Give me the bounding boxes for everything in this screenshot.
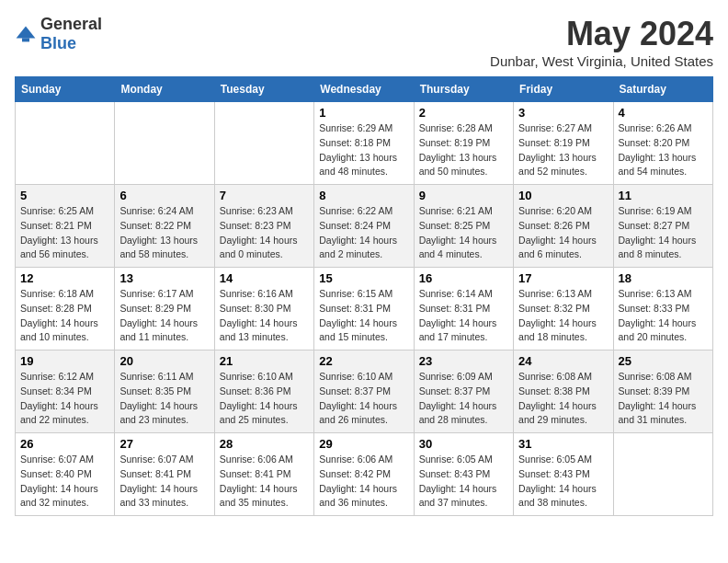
day-detail: Sunrise: 6:06 AMSunset: 8:42 PMDaylight:… [319,453,408,511]
day-detail: Sunrise: 6:07 AMSunset: 8:41 PMDaylight:… [119,453,209,511]
day-detail: Sunrise: 6:28 AMSunset: 8:19 PMDaylight:… [419,121,508,179]
day-detail: Sunrise: 6:08 AMSunset: 8:39 PMDaylight:… [619,370,708,428]
day-number: 5 [20,189,109,202]
header-saturday: Saturday [613,77,712,102]
calendar-cell: 18 Sunrise: 6:13 AMSunset: 8:33 PMDaylig… [613,268,712,350]
day-detail: Sunrise: 6:26 AMSunset: 8:20 PMDaylight:… [619,121,708,179]
calendar-cell: 1 Sunrise: 6:29 AMSunset: 8:18 PMDayligh… [314,102,414,185]
calendar-cell: 5 Sunrise: 6:25 AMSunset: 8:21 PMDayligh… [16,185,115,268]
day-detail: Sunrise: 6:10 AMSunset: 8:37 PMDaylight:… [319,370,408,428]
calendar-cell: 27 Sunrise: 6:07 AMSunset: 8:41 PMDaylig… [115,433,214,516]
calendar-cell [16,102,115,185]
day-detail: Sunrise: 6:25 AMSunset: 8:21 PMDaylight:… [20,204,109,262]
day-number: 22 [319,354,408,368]
day-number: 3 [518,106,608,120]
day-detail: Sunrise: 6:22 AMSunset: 8:24 PMDaylight:… [319,204,408,262]
day-detail: Sunrise: 6:11 AMSunset: 8:35 PMDaylight:… [119,370,209,428]
calendar-table: Sunday Monday Tuesday Wednesday Thursday… [15,76,713,516]
header-sunday: Sunday [16,77,115,102]
calendar-cell: 21 Sunrise: 6:10 AMSunset: 8:36 PMDaylig… [214,350,313,433]
day-number: 21 [220,354,309,368]
day-detail: Sunrise: 6:13 AMSunset: 8:32 PMDaylight:… [518,287,608,345]
day-number: 26 [20,437,109,451]
day-number: 12 [20,271,109,285]
day-number: 4 [619,106,708,120]
calendar-cell: 25 Sunrise: 6:08 AMSunset: 8:39 PMDaylig… [613,350,712,433]
title-area: May 2024 Dunbar, West Virginia, United S… [490,15,713,69]
calendar-cell: 2 Sunrise: 6:28 AMSunset: 8:19 PMDayligh… [414,102,513,185]
calendar-cell: 28 Sunrise: 6:06 AMSunset: 8:41 PMDaylig… [214,433,313,516]
day-number: 19 [20,354,109,368]
calendar-cell [613,433,712,516]
week-row-3: 12 Sunrise: 6:18 AMSunset: 8:28 PMDaylig… [16,268,713,350]
calendar-cell [214,102,313,185]
day-detail: Sunrise: 6:14 AMSunset: 8:31 PMDaylight:… [419,287,508,345]
calendar-cell: 6 Sunrise: 6:24 AMSunset: 8:22 PMDayligh… [115,185,214,268]
logo-general: General [40,15,102,33]
day-number: 20 [119,354,209,368]
weekday-header-row: Sunday Monday Tuesday Wednesday Thursday… [16,77,713,102]
week-row-1: 1 Sunrise: 6:29 AMSunset: 8:18 PMDayligh… [16,102,713,185]
day-number: 1 [319,106,408,120]
calendar-cell: 20 Sunrise: 6:11 AMSunset: 8:35 PMDaylig… [115,350,214,433]
day-number: 23 [419,354,508,368]
calendar-cell: 3 Sunrise: 6:27 AMSunset: 8:19 PMDayligh… [514,102,613,185]
day-number: 29 [319,437,408,451]
day-number: 30 [419,437,508,451]
svg-rect-1 [22,38,29,41]
day-detail: Sunrise: 6:19 AMSunset: 8:27 PMDaylight:… [619,204,708,262]
calendar-cell: 29 Sunrise: 6:06 AMSunset: 8:42 PMDaylig… [314,433,414,516]
calendar-cell: 11 Sunrise: 6:19 AMSunset: 8:27 PMDaylig… [613,185,712,268]
day-number: 10 [518,189,608,202]
header-thursday: Thursday [414,77,513,102]
calendar-cell: 15 Sunrise: 6:15 AMSunset: 8:31 PMDaylig… [314,268,414,350]
calendar-cell: 12 Sunrise: 6:18 AMSunset: 8:28 PMDaylig… [16,268,115,350]
day-number: 28 [220,437,309,451]
calendar-cell: 23 Sunrise: 6:09 AMSunset: 8:37 PMDaylig… [414,350,513,433]
day-detail: Sunrise: 6:10 AMSunset: 8:36 PMDaylight:… [220,370,309,428]
calendar-cell: 24 Sunrise: 6:08 AMSunset: 8:38 PMDaylig… [514,350,613,433]
day-detail: Sunrise: 6:23 AMSunset: 8:23 PMDaylight:… [220,204,309,262]
header-friday: Friday [514,77,613,102]
calendar-cell: 31 Sunrise: 6:05 AMSunset: 8:43 PMDaylig… [514,433,613,516]
week-row-4: 19 Sunrise: 6:12 AMSunset: 8:34 PMDaylig… [16,350,713,433]
day-detail: Sunrise: 6:24 AMSunset: 8:22 PMDaylight:… [119,204,209,262]
calendar-cell: 10 Sunrise: 6:20 AMSunset: 8:26 PMDaylig… [514,185,613,268]
day-number: 8 [319,189,408,202]
subtitle: Dunbar, West Virginia, United States [490,53,713,69]
day-number: 31 [518,437,608,451]
day-detail: Sunrise: 6:08 AMSunset: 8:38 PMDaylight:… [518,370,608,428]
week-row-2: 5 Sunrise: 6:25 AMSunset: 8:21 PMDayligh… [16,185,713,268]
day-detail: Sunrise: 6:13 AMSunset: 8:33 PMDaylight:… [619,287,708,345]
header-monday: Monday [115,77,214,102]
day-number: 15 [319,271,408,285]
header: General Blue May 2024 Dunbar, West Virgi… [15,15,713,69]
calendar-cell: 26 Sunrise: 6:07 AMSunset: 8:40 PMDaylig… [16,433,115,516]
day-number: 7 [220,189,309,202]
day-number: 6 [119,189,209,202]
logo-icon [15,25,37,43]
calendar-cell: 9 Sunrise: 6:21 AMSunset: 8:25 PMDayligh… [414,185,513,268]
day-number: 9 [419,189,508,202]
calendar-cell: 4 Sunrise: 6:26 AMSunset: 8:20 PMDayligh… [613,102,712,185]
page-container: General Blue May 2024 Dunbar, West Virgi… [15,15,713,516]
main-title: May 2024 [490,15,713,53]
day-number: 27 [119,437,209,451]
day-number: 16 [419,271,508,285]
day-detail: Sunrise: 6:29 AMSunset: 8:18 PMDaylight:… [319,121,408,179]
day-detail: Sunrise: 6:16 AMSunset: 8:30 PMDaylight:… [220,287,309,345]
day-detail: Sunrise: 6:17 AMSunset: 8:29 PMDaylight:… [119,287,209,345]
calendar-cell: 19 Sunrise: 6:12 AMSunset: 8:34 PMDaylig… [16,350,115,433]
day-detail: Sunrise: 6:06 AMSunset: 8:41 PMDaylight:… [220,453,309,511]
calendar-cell: 13 Sunrise: 6:17 AMSunset: 8:29 PMDaylig… [115,268,214,350]
day-detail: Sunrise: 6:09 AMSunset: 8:37 PMDaylight:… [419,370,508,428]
day-number: 11 [619,189,708,202]
calendar-cell: 7 Sunrise: 6:23 AMSunset: 8:23 PMDayligh… [214,185,313,268]
day-detail: Sunrise: 6:05 AMSunset: 8:43 PMDaylight:… [419,453,508,511]
day-number: 2 [419,106,508,120]
calendar-cell: 14 Sunrise: 6:16 AMSunset: 8:30 PMDaylig… [214,268,313,350]
day-detail: Sunrise: 6:15 AMSunset: 8:31 PMDaylight:… [319,287,408,345]
calendar-cell: 17 Sunrise: 6:13 AMSunset: 8:32 PMDaylig… [514,268,613,350]
calendar-cell: 30 Sunrise: 6:05 AMSunset: 8:43 PMDaylig… [414,433,513,516]
day-detail: Sunrise: 6:21 AMSunset: 8:25 PMDaylight:… [419,204,508,262]
